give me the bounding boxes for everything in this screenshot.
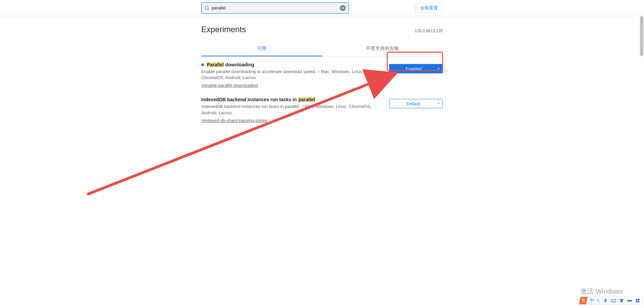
flag-title: IndexedDB backend instances run tasks in… — [201, 97, 382, 102]
tabs: 可用 不受支持的实验 — [201, 42, 443, 57]
modified-dot-icon — [201, 63, 204, 66]
svg-rect-6 — [611, 299, 615, 302]
flag-description: IndexedDB backend instances run tasks in… — [201, 104, 382, 116]
ime-toolbar[interactable]: S 中 •, — [577, 297, 643, 305]
search-highlight: Parallel — [207, 62, 224, 67]
search-icon — [204, 5, 210, 11]
search-highlight: parallel — [298, 97, 315, 102]
version-label: 128.0.6613.120 — [415, 28, 443, 33]
search-box[interactable] — [201, 2, 349, 14]
flag-title: Parallel downloading — [201, 62, 382, 67]
ime-mic-icon[interactable] — [603, 298, 608, 303]
flag-hash-link[interactable]: #indexed-db-shard-backing-stores — [201, 118, 267, 123]
scrollbar-thumb[interactable] — [640, 16, 643, 56]
clear-search-button[interactable] — [340, 5, 346, 11]
svg-point-0 — [205, 6, 208, 9]
ime-gamepad-icon[interactable] — [627, 298, 632, 303]
reset-all-button[interactable]: 全部重置 — [415, 3, 443, 13]
flag-row: Parallel downloading Enable parallel dow… — [201, 57, 443, 91]
ime-logo-icon[interactable]: S — [579, 297, 588, 304]
ime-lang-button[interactable]: 中 — [590, 298, 594, 304]
flag-description: Enable parallel downloading to accelerat… — [201, 69, 382, 81]
svg-rect-12 — [636, 299, 638, 301]
flag-row: IndexedDB backend instances run tasks in… — [201, 91, 443, 126]
svg-line-1 — [208, 9, 209, 10]
svg-rect-14 — [636, 301, 638, 303]
flags-topbar: 全部重置 — [0, 0, 644, 16]
page-title: Experiments — [201, 25, 246, 34]
vertical-scrollbar[interactable] — [639, 16, 644, 308]
close-icon — [341, 6, 344, 10]
flag-hash-link[interactable]: #enable-parallel-downloading — [201, 83, 258, 88]
content-column: Experiments 128.0.6613.120 可用 不受支持的实验 Pa… — [201, 16, 443, 127]
ime-skin-icon[interactable] — [619, 298, 624, 303]
search-input[interactable] — [210, 4, 340, 12]
ime-punct-icon[interactable]: •, — [597, 298, 600, 303]
watermark-line1: 激活 Windows — [580, 287, 637, 296]
flag-state-select[interactable]: Enabled — [389, 64, 443, 73]
svg-rect-5 — [605, 302, 605, 303]
flag-state-select[interactable]: Default — [389, 99, 443, 108]
ime-keyboard-icon[interactable] — [611, 298, 616, 303]
tab-unsupported[interactable]: 不受支持的实验 — [322, 42, 443, 56]
tab-available[interactable]: 可用 — [201, 42, 322, 56]
